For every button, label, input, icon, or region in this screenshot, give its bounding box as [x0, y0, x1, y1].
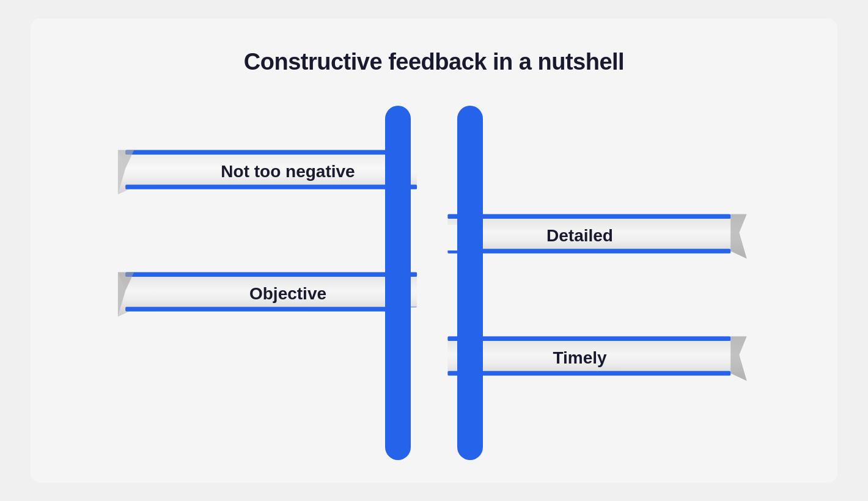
svg-rect-15 [411, 225, 457, 250]
page-title: Constructive feedback in a nutshell [244, 49, 624, 75]
main-card: Constructive feedback in a nutshell [31, 18, 837, 483]
diagram-container: Not too negative Objective [98, 112, 770, 454]
svg-rect-17 [411, 388, 457, 414]
svg-rect-14 [411, 147, 457, 173]
ladder [373, 106, 495, 460]
svg-rect-16 [411, 307, 457, 333]
